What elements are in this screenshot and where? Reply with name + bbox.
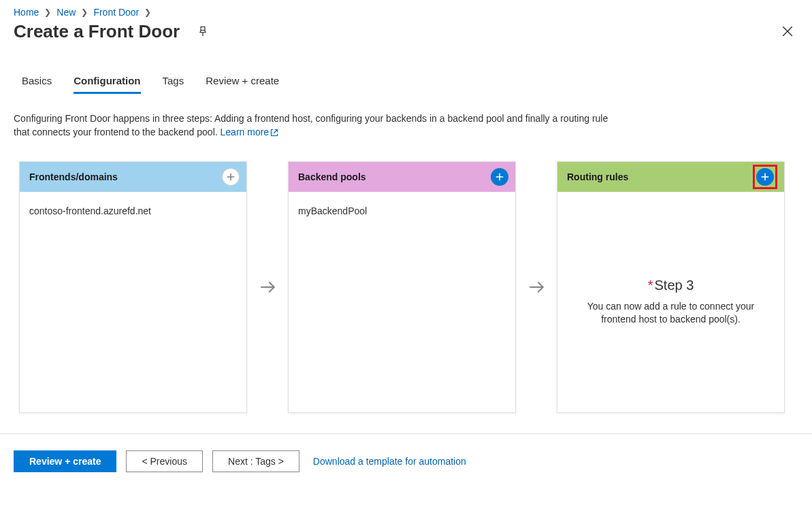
breadcrumb: Home ❯ New ❯ Front Door ❯ — [0, 0, 812, 20]
svg-rect-0 — [201, 27, 205, 31]
routing-card-header: Routing rules — [557, 162, 784, 192]
routing-card-title: Routing rules — [567, 171, 628, 182]
breadcrumb-new[interactable]: New — [56, 7, 76, 18]
close-icon[interactable] — [777, 20, 798, 42]
tab-configuration[interactable]: Configuration — [74, 75, 140, 94]
backends-card-header: Backend pools — [289, 162, 515, 192]
breadcrumb-home[interactable]: Home — [14, 7, 39, 18]
external-link-icon — [270, 129, 278, 137]
backends-card-body: myBackendPool — [289, 192, 515, 412]
backends-card-title: Backend pools — [298, 171, 366, 182]
learn-more-link[interactable]: Learn more — [221, 127, 279, 137]
add-routing-highlight — [753, 165, 777, 189]
routing-step-label: *Step 3 — [648, 278, 694, 293]
frontends-card: Frontends/domains contoso-frontend.azure… — [19, 161, 247, 413]
tab-basics[interactable]: Basics — [22, 75, 52, 94]
pin-icon[interactable] — [192, 20, 214, 42]
intro-text: Configuring Front Door happens in three … — [0, 94, 626, 139]
previous-button[interactable]: < Previous — [126, 450, 203, 472]
frontends-card-title: Frontends/domains — [29, 171, 118, 182]
add-routing-rule-button[interactable] — [756, 168, 774, 186]
add-backend-button[interactable] — [491, 168, 508, 186]
arrow-right-icon — [259, 278, 276, 296]
arrow-1 — [253, 161, 282, 413]
plus-icon — [226, 172, 236, 182]
intro-body: Configuring Front Door happens in three … — [14, 113, 608, 137]
arrow-right-icon — [527, 278, 545, 296]
footer-bar: Review + create < Previous Next : Tags >… — [0, 433, 812, 489]
download-template-link[interactable]: Download a template for automation — [313, 456, 466, 467]
arrow-2 — [521, 161, 551, 413]
page-title: Create a Front Door — [14, 21, 180, 42]
title-row: Create a Front Door — [0, 20, 812, 48]
breadcrumb-front-door[interactable]: Front Door — [93, 7, 139, 18]
frontend-item[interactable]: contoso-frontend.azurefd.net — [29, 205, 237, 216]
backends-card: Backend pools myBackendPool — [288, 161, 516, 413]
tab-review-create[interactable]: Review + create — [206, 75, 279, 94]
plus-icon — [760, 172, 770, 182]
routing-step-description: You can now add a rule to connect your f… — [571, 300, 770, 326]
chevron-right-icon: ❯ — [44, 7, 51, 17]
review-create-button[interactable]: Review + create — [14, 450, 116, 472]
config-cards-row: Frontends/domains contoso-frontend.azure… — [0, 139, 812, 433]
routing-card: Routing rules *Step 3 You can now add a … — [557, 161, 785, 413]
plus-icon — [495, 172, 504, 182]
backend-item[interactable]: myBackendPool — [298, 205, 506, 216]
tab-tags[interactable]: Tags — [163, 75, 184, 94]
frontends-card-body: contoso-frontend.azurefd.net — [20, 192, 246, 412]
tabs: Basics Configuration Tags Review + creat… — [0, 48, 812, 94]
routing-card-body: *Step 3 You can now add a rule to connec… — [557, 192, 784, 412]
frontends-card-header: Frontends/domains — [20, 162, 246, 192]
add-frontend-button[interactable] — [222, 168, 240, 186]
required-asterisk: * — [648, 278, 653, 293]
chevron-right-icon: ❯ — [144, 7, 151, 17]
chevron-right-icon: ❯ — [81, 7, 88, 17]
next-button[interactable]: Next : Tags > — [212, 450, 299, 472]
